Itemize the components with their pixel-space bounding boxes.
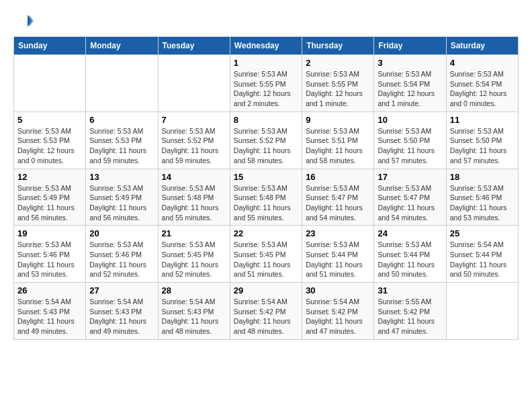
weekday-header: Wednesday <box>230 37 302 55</box>
calendar-cell: 13Sunrise: 5:53 AM Sunset: 5:49 PM Dayli… <box>86 169 158 226</box>
weekday-header: Saturday <box>446 37 518 55</box>
day-number: 4 <box>450 58 515 68</box>
calendar-cell: 9Sunrise: 5:53 AM Sunset: 5:51 PM Daylig… <box>302 111 374 169</box>
weekday-header: Monday <box>86 37 158 55</box>
day-info: Sunrise: 5:53 AM Sunset: 5:54 PM Dayligh… <box>378 69 442 109</box>
day-info: Sunrise: 5:53 AM Sunset: 5:53 PM Dayligh… <box>17 126 82 166</box>
calendar-cell: 27Sunrise: 5:54 AM Sunset: 5:43 PM Dayli… <box>86 283 158 340</box>
day-info: Sunrise: 5:54 AM Sunset: 5:44 PM Dayligh… <box>450 240 515 279</box>
day-info: Sunrise: 5:55 AM Sunset: 5:42 PM Dayligh… <box>378 297 442 336</box>
calendar-cell: 18Sunrise: 5:53 AM Sunset: 5:46 PM Dayli… <box>446 169 518 226</box>
day-number: 7 <box>162 115 226 125</box>
calendar-cell: 21Sunrise: 5:53 AM Sunset: 5:45 PM Dayli… <box>158 226 230 283</box>
day-number: 10 <box>378 115 442 125</box>
calendar-cell: 4Sunrise: 5:53 AM Sunset: 5:54 PM Daylig… <box>446 55 518 112</box>
calendar-cell: 20Sunrise: 5:53 AM Sunset: 5:46 PM Dayli… <box>86 226 158 283</box>
day-number: 15 <box>234 172 298 182</box>
day-number: 27 <box>89 285 154 295</box>
calendar-week-row: 12Sunrise: 5:53 AM Sunset: 5:49 PM Dayli… <box>14 169 519 226</box>
calendar-cell: 26Sunrise: 5:54 AM Sunset: 5:43 PM Dayli… <box>14 283 86 340</box>
day-info: Sunrise: 5:53 AM Sunset: 5:44 PM Dayligh… <box>378 240 442 279</box>
day-number: 23 <box>306 228 370 238</box>
day-number: 11 <box>450 115 515 125</box>
calendar-cell: 3Sunrise: 5:53 AM Sunset: 5:54 PM Daylig… <box>374 55 446 112</box>
calendar-cell: 25Sunrise: 5:54 AM Sunset: 5:44 PM Dayli… <box>446 226 518 283</box>
calendar-container: SundayMondayTuesdayWednesdayThursdayFrid… <box>0 0 532 347</box>
calendar-cell: 6Sunrise: 5:53 AM Sunset: 5:53 PM Daylig… <box>86 111 158 169</box>
svg-marker-1 <box>30 15 34 27</box>
day-number: 14 <box>162 172 226 182</box>
calendar-cell <box>86 55 158 112</box>
calendar-cell: 15Sunrise: 5:53 AM Sunset: 5:48 PM Dayli… <box>230 169 302 226</box>
calendar-week-row: 19Sunrise: 5:53 AM Sunset: 5:46 PM Dayli… <box>14 226 519 283</box>
day-info: Sunrise: 5:54 AM Sunset: 5:43 PM Dayligh… <box>89 297 154 336</box>
day-number: 28 <box>162 285 226 295</box>
calendar-cell <box>14 55 86 112</box>
day-number: 19 <box>17 228 82 238</box>
day-info: Sunrise: 5:54 AM Sunset: 5:42 PM Dayligh… <box>306 297 370 336</box>
day-number: 22 <box>234 228 298 238</box>
day-info: Sunrise: 5:53 AM Sunset: 5:54 PM Dayligh… <box>450 69 515 109</box>
calendar-week-row: 1Sunrise: 5:53 AM Sunset: 5:55 PM Daylig… <box>14 55 519 112</box>
day-info: Sunrise: 5:53 AM Sunset: 5:45 PM Dayligh… <box>162 240 226 279</box>
day-number: 6 <box>89 115 154 125</box>
day-number: 2 <box>306 58 370 68</box>
calendar-cell: 8Sunrise: 5:53 AM Sunset: 5:52 PM Daylig… <box>230 111 302 169</box>
day-number: 31 <box>378 285 442 295</box>
calendar-cell: 19Sunrise: 5:53 AM Sunset: 5:46 PM Dayli… <box>14 226 86 283</box>
day-info: Sunrise: 5:54 AM Sunset: 5:43 PM Dayligh… <box>17 297 82 336</box>
day-number: 29 <box>234 285 298 295</box>
calendar-cell: 30Sunrise: 5:54 AM Sunset: 5:42 PM Dayli… <box>302 283 374 340</box>
weekday-header: Friday <box>374 37 446 55</box>
day-info: Sunrise: 5:53 AM Sunset: 5:44 PM Dayligh… <box>306 240 370 279</box>
day-number: 13 <box>89 172 154 182</box>
calendar-cell: 28Sunrise: 5:54 AM Sunset: 5:43 PM Dayli… <box>158 283 230 340</box>
day-number: 20 <box>89 228 154 238</box>
day-number: 30 <box>306 285 370 295</box>
day-number: 18 <box>450 172 515 182</box>
day-info: Sunrise: 5:53 AM Sunset: 5:50 PM Dayligh… <box>450 126 515 166</box>
calendar-cell: 31Sunrise: 5:55 AM Sunset: 5:42 PM Dayli… <box>374 283 446 340</box>
calendar-cell: 23Sunrise: 5:53 AM Sunset: 5:44 PM Dayli… <box>302 226 374 283</box>
day-info: Sunrise: 5:54 AM Sunset: 5:43 PM Dayligh… <box>162 297 226 336</box>
calendar-cell: 24Sunrise: 5:53 AM Sunset: 5:44 PM Dayli… <box>374 226 446 283</box>
logo-icon <box>13 11 34 31</box>
calendar-table: SundayMondayTuesdayWednesdayThursdayFrid… <box>13 36 519 340</box>
calendar-cell: 14Sunrise: 5:53 AM Sunset: 5:48 PM Dayli… <box>158 169 230 226</box>
day-info: Sunrise: 5:53 AM Sunset: 5:53 PM Dayligh… <box>89 126 154 166</box>
day-info: Sunrise: 5:53 AM Sunset: 5:49 PM Dayligh… <box>17 183 82 223</box>
calendar-cell: 17Sunrise: 5:53 AM Sunset: 5:47 PM Dayli… <box>374 169 446 226</box>
calendar-cell: 2Sunrise: 5:53 AM Sunset: 5:55 PM Daylig… <box>302 55 374 112</box>
calendar-cell: 10Sunrise: 5:53 AM Sunset: 5:50 PM Dayli… <box>374 111 446 169</box>
weekday-header: Sunday <box>14 37 86 55</box>
day-number: 5 <box>17 115 82 125</box>
day-info: Sunrise: 5:53 AM Sunset: 5:51 PM Dayligh… <box>306 126 370 166</box>
day-number: 25 <box>450 228 515 238</box>
weekday-header: Tuesday <box>158 37 230 55</box>
day-number: 17 <box>378 172 442 182</box>
day-info: Sunrise: 5:53 AM Sunset: 5:45 PM Dayligh… <box>234 240 298 279</box>
calendar-cell: 16Sunrise: 5:53 AM Sunset: 5:47 PM Dayli… <box>302 169 374 226</box>
day-info: Sunrise: 5:53 AM Sunset: 5:47 PM Dayligh… <box>378 183 442 223</box>
calendar-cell <box>158 55 230 112</box>
day-number: 9 <box>306 115 370 125</box>
day-info: Sunrise: 5:53 AM Sunset: 5:48 PM Dayligh… <box>234 183 298 223</box>
calendar-cell: 5Sunrise: 5:53 AM Sunset: 5:53 PM Daylig… <box>14 111 86 169</box>
day-number: 1 <box>234 58 298 68</box>
day-number: 24 <box>378 228 442 238</box>
day-number: 3 <box>378 58 442 68</box>
day-number: 12 <box>17 172 82 182</box>
calendar-week-row: 26Sunrise: 5:54 AM Sunset: 5:43 PM Dayli… <box>14 283 519 340</box>
day-info: Sunrise: 5:53 AM Sunset: 5:52 PM Dayligh… <box>162 126 226 166</box>
header-row: SundayMondayTuesdayWednesdayThursdayFrid… <box>14 37 519 55</box>
day-info: Sunrise: 5:53 AM Sunset: 5:55 PM Dayligh… <box>234 69 298 109</box>
calendar-week-row: 5Sunrise: 5:53 AM Sunset: 5:53 PM Daylig… <box>14 111 519 169</box>
calendar-cell: 7Sunrise: 5:53 AM Sunset: 5:52 PM Daylig… <box>158 111 230 169</box>
day-info: Sunrise: 5:53 AM Sunset: 5:52 PM Dayligh… <box>234 126 298 166</box>
day-info: Sunrise: 5:53 AM Sunset: 5:50 PM Dayligh… <box>378 126 442 166</box>
day-info: Sunrise: 5:53 AM Sunset: 5:48 PM Dayligh… <box>162 183 226 223</box>
day-info: Sunrise: 5:53 AM Sunset: 5:46 PM Dayligh… <box>17 240 82 279</box>
logo <box>13 11 36 31</box>
calendar-cell: 29Sunrise: 5:54 AM Sunset: 5:42 PM Dayli… <box>230 283 302 340</box>
day-info: Sunrise: 5:53 AM Sunset: 5:46 PM Dayligh… <box>450 183 515 223</box>
